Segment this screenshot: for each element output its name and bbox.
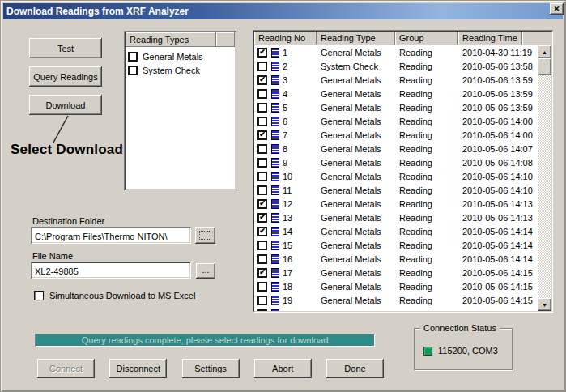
table-row[interactable]: 8General MetalsReading2010-05-06 14:07: [254, 142, 538, 156]
row-checkbox[interactable]: [257, 89, 267, 99]
destination-folder-input[interactable]: [31, 227, 191, 244]
row-checkbox[interactable]: ✔: [257, 75, 267, 85]
reading-no-cell: 4: [254, 89, 317, 99]
reading-no-value: 15: [283, 241, 292, 250]
reading-no-cell: ✔14: [254, 227, 317, 236]
table-row[interactable]: 18General MetalsReading2010-05-06 14:15: [254, 279, 538, 293]
row-checkbox[interactable]: [257, 172, 267, 181]
close-button[interactable]: ✕: [550, 3, 564, 15]
reading-no-value: 6: [283, 117, 287, 126]
abort-button[interactable]: Abort: [254, 359, 312, 378]
reading-doc-icon: [271, 227, 279, 236]
reading-time-value: 2010-05-06 14:16: [458, 309, 538, 312]
reading-no-cell: ✔7: [254, 130, 317, 140]
reading-no-value: 11: [283, 185, 292, 195]
row-checkbox[interactable]: [257, 103, 267, 113]
row-checkbox[interactable]: [257, 282, 267, 292]
excel-checkbox-label: Simultaneous Download to MS Excel: [49, 291, 195, 300]
table-row[interactable]: 19General MetalsReading2010-05-06 14:15: [254, 293, 538, 307]
row-checkbox[interactable]: [257, 144, 267, 154]
row-checkbox[interactable]: ✔: [257, 268, 267, 278]
done-button[interactable]: Done: [326, 359, 384, 378]
reading-doc-icon: [271, 199, 279, 209]
settings-button[interactable]: Settings: [182, 359, 240, 378]
column-header-reading-type[interactable]: Reading Type: [317, 32, 395, 45]
reading-type-item[interactable]: General Metals: [128, 49, 235, 63]
row-checkbox[interactable]: [257, 158, 267, 168]
reading-group-value: Reading: [395, 213, 458, 223]
reading-doc-icon: [271, 309, 279, 312]
reading-no-value: 18: [283, 282, 292, 292]
column-header-reading-no[interactable]: Reading No: [254, 32, 317, 45]
table-row[interactable]: 9General MetalsReading2010-05-06 14:08: [254, 156, 538, 169]
column-header-reading-time[interactable]: Reading Time: [458, 32, 522, 45]
reading-no-cell: 9: [254, 158, 317, 168]
scroll-up-button[interactable]: ▲: [538, 45, 551, 58]
scroll-down-button[interactable]: ▼: [538, 298, 551, 311]
table-row[interactable]: 5General MetalsReading2010-05-06 13:59: [254, 100, 538, 114]
scrollbar-thumb[interactable]: [538, 58, 551, 75]
table-row[interactable]: 6General MetalsReading2010-05-06 14:00: [254, 114, 538, 128]
file-browse-button[interactable]: ...: [196, 263, 215, 279]
reading-types-header-filler: [216, 32, 235, 47]
reading-group-value: Reading: [395, 144, 458, 154]
reading-time-value: 2010-05-06 14:14: [458, 227, 538, 236]
table-row[interactable]: ✔17General MetalsReading2010-05-06 14:15: [254, 266, 538, 279]
table-row[interactable]: 16General MetalsReading2010-05-06 14:14: [254, 252, 538, 266]
reading-doc-icon: [271, 241, 279, 250]
query-readings-button[interactable]: Query Readings: [29, 66, 102, 87]
reading-types-panel: Reading Types General MetalsSystem Check: [124, 31, 236, 190]
table-row[interactable]: 11General MetalsReading2010-05-06 14:10: [254, 183, 538, 197]
reading-types-header[interactable]: Reading Types: [126, 32, 235, 47]
table-row[interactable]: 20General MetalsReading2010-05-06 14:16: [254, 307, 538, 311]
reading-no-value: 19: [283, 296, 292, 305]
table-row[interactable]: ✔1General MetalsReading2010-04-30 11:19: [254, 45, 538, 59]
row-checkbox[interactable]: [257, 241, 267, 250]
row-checkbox[interactable]: [257, 185, 267, 195]
reading-type-item[interactable]: System Check: [128, 63, 235, 77]
reading-group-value: Reading: [395, 130, 458, 140]
excel-checkbox[interactable]: [34, 291, 44, 300]
row-checkbox[interactable]: [257, 117, 267, 126]
row-checkbox[interactable]: [257, 296, 267, 305]
table-row[interactable]: ✔7General MetalsReading2010-05-06 14:00: [254, 128, 538, 142]
reading-type-checkbox[interactable]: [128, 52, 138, 62]
column-header-group[interactable]: Group: [395, 32, 458, 45]
excel-checkbox-row[interactable]: Simultaneous Download to MS Excel: [34, 291, 195, 300]
row-checkbox[interactable]: ✔: [257, 48, 267, 58]
reading-no-cell: ✔13: [254, 213, 317, 223]
table-row[interactable]: ✔12General MetalsReading2010-05-06 14:13: [254, 197, 538, 211]
close-icon: ✕: [554, 5, 560, 13]
table-row[interactable]: ✔14General MetalsReading2010-05-06 14:14: [254, 224, 538, 238]
table-scrollbar[interactable]: ▲ ▼: [538, 45, 551, 311]
destination-browse-button[interactable]: [195, 227, 215, 244]
row-checkbox[interactable]: ✔: [257, 130, 267, 140]
row-checkbox[interactable]: ✔: [257, 199, 267, 209]
reading-type-checkbox[interactable]: [128, 66, 138, 75]
reading-no-cell: 10: [254, 172, 317, 181]
destination-folder-label: Destination Folder: [32, 216, 104, 226]
test-button[interactable]: Test: [29, 38, 102, 58]
row-checkbox[interactable]: ✔: [257, 213, 267, 223]
row-checkbox[interactable]: [257, 309, 267, 312]
table-row[interactable]: 2System CheckReading2010-05-06 13:58: [254, 59, 538, 73]
row-checkbox[interactable]: [257, 254, 267, 264]
reading-time-value: 2010-05-06 14:00: [458, 130, 538, 140]
download-button[interactable]: Download: [29, 95, 102, 115]
reading-type-value: General Metals: [317, 199, 395, 209]
reading-doc-icon: [271, 62, 279, 71]
reading-time-value: 2010-05-06 14:15: [458, 282, 538, 292]
row-checkbox[interactable]: [257, 62, 267, 71]
disconnect-button[interactable]: Disconnect: [109, 359, 167, 378]
table-row[interactable]: ✔3General MetalsReading2010-05-06 13:59: [254, 73, 538, 87]
table-row[interactable]: 15General MetalsReading2010-05-06 14:14: [254, 238, 538, 252]
table-row[interactable]: 10General MetalsReading2010-05-06 14:10: [254, 169, 538, 183]
connect-button[interactable]: Connect: [37, 359, 95, 378]
row-checkbox[interactable]: ✔: [257, 227, 267, 236]
table-row[interactable]: 4General MetalsReading2010-05-06 13:59: [254, 87, 538, 100]
reading-type-value: General Metals: [317, 89, 395, 99]
status-message: Query readings complete, please select r…: [82, 335, 329, 345]
table-row[interactable]: ✔13General MetalsReading2010-05-06 14:13: [254, 211, 538, 224]
file-name-label: File Name: [32, 251, 73, 261]
file-name-input[interactable]: [31, 262, 191, 279]
